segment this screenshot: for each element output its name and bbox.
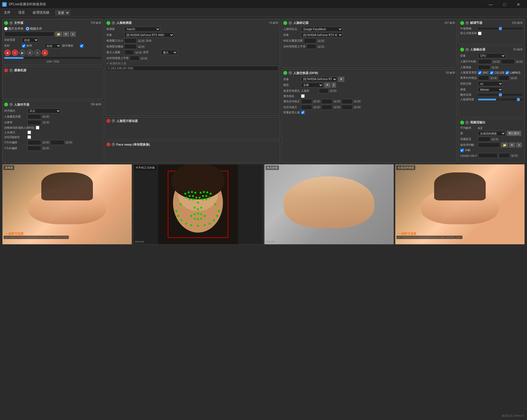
align-xoffset-input[interactable]: 0.01: [27, 140, 41, 145]
post-morph-up1[interactable]: ▲: [313, 106, 317, 108]
frame-adjuster-median-slider[interactable]: [478, 28, 523, 29]
face-merger-power[interactable]: [460, 48, 464, 52]
align-res-down[interactable]: ▼: [46, 121, 49, 124]
align-mode-select[interactable]: 从点: [27, 108, 61, 113]
face-swap-refresh[interactable]: ↻: [111, 142, 115, 146]
face-converter-faceid-input[interactable]: 0: [319, 88, 329, 93]
mask-celeb-check[interactable]: [490, 71, 493, 75]
face-merger-xmove-v1[interactable]: 0.000: [478, 59, 492, 64]
face-merger-compress-slider[interactable]: [478, 94, 523, 96]
close-file-btn[interactable]: ✕: [70, 32, 76, 37]
radio-img-folder[interactable]: 图片文件夹: [4, 27, 24, 31]
detector-sort-select[interactable]: 最大: [161, 50, 177, 55]
video-output-udp-port[interactable]: 1234: [499, 153, 510, 158]
face-photo-driver-refresh[interactable]: ↻: [111, 119, 115, 123]
face-converter-more[interactable]: ▼: [338, 77, 344, 82]
mask-src-check[interactable]: [478, 71, 482, 75]
mask-lmrks-label[interactable]: LMRKS: [505, 71, 520, 75]
detector-threshold-up[interactable]: ▲: [138, 45, 141, 48]
face-marker-smooth-input[interactable]: 1: [307, 44, 316, 49]
browse-btn[interactable]: 📁: [55, 32, 62, 37]
detector-maxfaces-down[interactable]: ▼: [139, 51, 142, 54]
pre-morph-down1[interactable]: ▼: [317, 100, 320, 103]
pre-morph-up1[interactable]: ▲: [313, 100, 317, 103]
face-converter-premorph-v2[interactable]: 1.00: [321, 99, 332, 104]
video-output-source-select[interactable]: 合成后的画面: [478, 131, 506, 136]
face-converter-faceid-up[interactable]: ▲: [330, 90, 333, 92]
align-freeze-check[interactable]: [27, 135, 31, 139]
post-morph-down3[interactable]: ▼: [357, 106, 361, 108]
align-yoffset-input[interactable]: 0.01: [27, 146, 41, 151]
detector-maxfaces-input[interactable]: 1: [124, 50, 134, 55]
face-merger-scale-up[interactable]: ▲: [492, 66, 495, 69]
align-xoffset-up2[interactable]: ▲: [65, 141, 69, 144]
align-xoffset-down2[interactable]: ▼: [69, 141, 72, 144]
video-output-preview-btn[interactable]: 👁: [509, 142, 515, 147]
face-merger-color-select[interactable]: rct: [478, 81, 503, 86]
face-converter-premorph-v3[interactable]: 1.00: [342, 99, 353, 104]
mask-lmrks-check[interactable]: [505, 71, 509, 75]
detector-window-up[interactable]: ▲: [138, 40, 141, 42]
post-morph-down1[interactable]: ▼: [317, 106, 320, 108]
face-merger-inward-down[interactable]: ▼: [494, 77, 497, 79]
face-converter-view[interactable]: 👁: [324, 83, 330, 88]
align-head-check[interactable]: [27, 131, 31, 134]
frame-adjuster-power[interactable]: [460, 21, 464, 25]
face-merger-opacity-slider[interactable]: [501, 99, 523, 100]
video-output-power[interactable]: [460, 121, 464, 124]
align-xoffset-up[interactable]: ▲: [42, 141, 46, 144]
filename-input[interactable]: 7eb67ebfe84fcfbe42c012.mp4: [4, 32, 54, 37]
face-converter-presharpen-check[interactable]: [301, 94, 305, 98]
post-morph-up2[interactable]: ▲: [333, 106, 337, 108]
face-merger-device-select[interactable]: CPU: [478, 53, 506, 58]
detector-threshold-down[interactable]: ▼: [141, 45, 145, 48]
face-aligner-power[interactable]: [4, 103, 8, 106]
align-coverage-up[interactable]: ▲: [42, 115, 46, 118]
face-merger-inward-input[interactable]: 5: [478, 75, 489, 80]
face-merger-scale-down[interactable]: ▼: [495, 66, 498, 69]
face-marker-coverage-input[interactable]: 1.4: [304, 38, 316, 43]
video-output-clear-btn[interactable]: ✕: [516, 142, 522, 147]
face-merger-interp-select[interactable]: bilinear: [478, 87, 503, 92]
progress-bar[interactable]: [4, 57, 101, 59]
face-converter-device-select[interactable]: [0] NVIDIA GeForce RTX: [301, 77, 337, 82]
video-output-audio-down[interactable]: ▼: [495, 138, 498, 141]
close-button[interactable]: ✕: [512, 0, 525, 9]
face-merger-xmove-down[interactable]: ▼: [497, 60, 500, 63]
menu-file[interactable]: 文件: [2, 10, 12, 16]
pause-btn[interactable]: ⏸: [27, 49, 33, 56]
target-rate-select[interactable]: 自动: [22, 37, 39, 42]
align-xoffset-down[interactable]: ▼: [46, 141, 49, 144]
face-detector-power[interactable]: [106, 21, 110, 25]
preview-btn[interactable]: 👁: [63, 32, 69, 37]
detector-type-select[interactable]: YoloV5: [124, 27, 160, 32]
align-coverage-input[interactable]: 2.5: [27, 114, 41, 119]
pre-morph-down2[interactable]: ▼: [337, 100, 340, 103]
align-yoffset-down[interactable]: ▼: [46, 147, 49, 149]
face-marker-device-select[interactable]: [0] NVIDIA GeForce RTX 40: [301, 32, 343, 37]
post-morph-up3[interactable]: ▲: [354, 106, 357, 108]
forward-btn[interactable]: »: [34, 49, 41, 56]
rewind-btn[interactable]: «: [12, 49, 18, 56]
video-output-folder-btn[interactable]: 📁: [501, 142, 508, 147]
video-output-udp-down[interactable]: ▼: [515, 154, 518, 157]
file-source-refresh[interactable]: ↻: [9, 21, 13, 25]
minimize-button[interactable]: —: [484, 0, 497, 9]
frame-adjuster-refresh[interactable]: ↻: [465, 21, 469, 25]
face-converter-postmorph-v1[interactable]: 1.00: [301, 105, 312, 110]
face-converter-model-select[interactable]: 女模: [301, 83, 323, 88]
maximize-button[interactable]: □: [498, 0, 511, 9]
detector-smooth-down[interactable]: ▼: [144, 57, 147, 60]
face-merger-xmove-up[interactable]: ▲: [493, 60, 496, 63]
pre-morph-down3[interactable]: ▼: [357, 100, 361, 103]
face-aligner-refresh[interactable]: ↻: [9, 103, 13, 106]
video-output-fill-check[interactable]: [460, 149, 464, 152]
face-marker-power[interactable]: [283, 21, 287, 25]
frame-adjuster-dual-check[interactable]: [478, 32, 482, 35]
face-converter-dual-check[interactable]: [301, 111, 305, 114]
radio-video-file[interactable]: 视频文件: [26, 27, 42, 31]
align-res-input[interactable]: 336: [27, 120, 41, 125]
priority-select[interactable]: 普通: [55, 10, 70, 15]
video-output-audio-up[interactable]: ▲: [492, 138, 495, 141]
face-converter-postmorph-v3[interactable]: 1.00: [342, 105, 353, 110]
